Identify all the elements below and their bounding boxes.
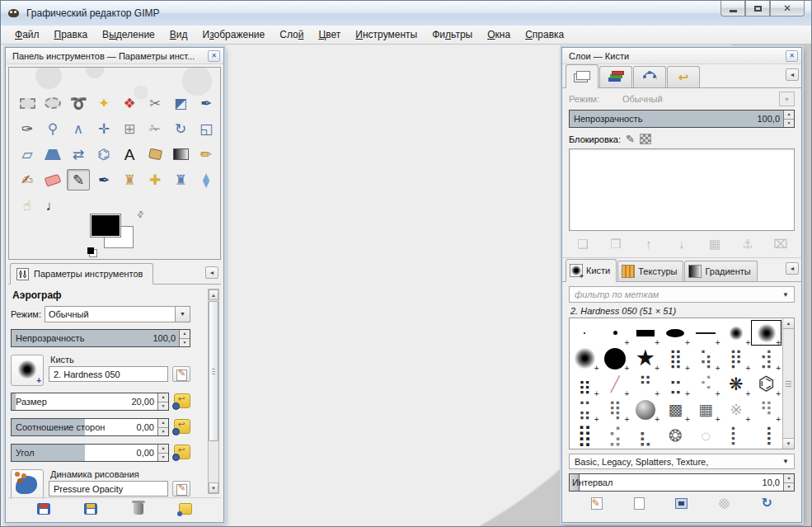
raise-layer-button[interactable]: ↑ [638, 234, 659, 252]
tool-scale[interactable]: ◱ [195, 118, 218, 139]
brush-sticks[interactable]: ※+ [721, 397, 752, 422]
tool-gradient[interactable] [169, 144, 192, 165]
layer-opacity-spinner[interactable]: ▲▼ [783, 111, 794, 127]
brush-cell-2[interactable]: ⌬+ [751, 371, 781, 397]
menu-image[interactable]: Изображение [195, 26, 273, 43]
maximize-button[interactable] [745, 1, 770, 16]
tab-patterns[interactable]: Текстуры [617, 261, 683, 281]
aspect-spinner[interactable]: ▲▼ [157, 419, 168, 435]
new-brush-button[interactable] [628, 494, 650, 512]
tool-bucket-fill[interactable] [143, 144, 167, 165]
brush-star[interactable]: ★+ [630, 346, 660, 371]
brush-hardness-075[interactable]: + [570, 346, 600, 371]
duplicate-layer-button[interactable]: ▦ [704, 234, 725, 252]
collapse-left-icon[interactable]: ◄ [786, 262, 799, 275]
chevron-down-icon[interactable]: ▼ [175, 306, 190, 322]
tool-dodge-burn[interactable]: ♩ [41, 195, 64, 216]
tool-eraser[interactable] [41, 169, 64, 191]
canvas-area[interactable]: Панель инструментов — Параметры инст... … [1, 45, 811, 527]
titlebar[interactable]: Графический редактор GIMP ✕ [1, 1, 811, 26]
brush-block[interactable]: + [630, 320, 660, 346]
brush-sphere[interactable]: + [630, 397, 660, 422]
minimize-button[interactable] [720, 1, 745, 16]
foreground-color-swatch[interactable] [91, 214, 120, 237]
toolbox-panel-titlebar[interactable]: Панель инструментов — Параметры инст... … [6, 48, 223, 64]
brush-hardness-025[interactable]: + [721, 320, 752, 346]
tool-color-picker[interactable]: ✑ [16, 118, 39, 139]
tool-fuzzy-select[interactable]: ✦ [92, 92, 115, 114]
dynamics-preview-button[interactable] [11, 469, 44, 499]
reset-options-button[interactable] [175, 500, 196, 518]
tag-filter-combobox[interactable]: фильтр по меткам ▼ [569, 286, 795, 303]
new-layer-button[interactable]: ❏ [572, 234, 594, 252]
brush-hardness-050[interactable]: + [751, 320, 781, 346]
reset-aspect-button[interactable] [174, 419, 190, 434]
tool-cage-transform[interactable]: ⌬ [92, 144, 115, 165]
brush-preview-button[interactable]: + [11, 355, 44, 386]
reset-size-button[interactable] [174, 393, 190, 408]
tool-pencil[interactable]: ✏ [195, 144, 218, 165]
brush-swirl[interactable]: ❂ [660, 422, 691, 448]
brush-dot[interactable]: + [600, 320, 631, 346]
tool-align[interactable]: ⊞ [118, 118, 141, 139]
brush-acrylic-2[interactable]: ⢵+ [691, 346, 721, 371]
menu-view[interactable]: Вид [162, 26, 195, 43]
menu-file[interactable]: Файл [7, 26, 47, 43]
collapse-left-icon[interactable]: ◄ [205, 266, 218, 279]
tool-paintbrush[interactable]: ✍ [16, 169, 39, 191]
tab-paths[interactable] [633, 66, 666, 87]
refresh-brushes-button[interactable]: ↻ [756, 494, 777, 512]
brush-acrylic-3[interactable]: ⡿+ [721, 346, 752, 371]
tool-zoom[interactable]: ⚲ [41, 118, 64, 139]
menu-help[interactable]: Справка [518, 26, 571, 43]
edit-brush-icon[interactable] [172, 366, 190, 382]
tool-flip[interactable]: ⇄ [67, 144, 90, 165]
delete-layer-button[interactable]: ⌧ [770, 234, 791, 252]
menu-select[interactable]: Выделение [95, 26, 162, 43]
tool-measure[interactable]: ∧ [67, 118, 90, 139]
menu-filters[interactable]: Фильтры [425, 26, 480, 43]
brush-vert-1[interactable]: ⡇ [721, 422, 752, 448]
lower-layer-button[interactable]: ↓ [671, 234, 692, 252]
tool-clone[interactable]: ♜ [118, 169, 141, 191]
tool-crop[interactable]: ✁ [143, 118, 167, 139]
brush-name-entry[interactable]: 2. Hardness 050 [49, 366, 168, 382]
edit-brush-button[interactable] [586, 494, 608, 512]
lock-paint-icon[interactable]: ✎ [626, 133, 635, 145]
edit-dynamics-icon[interactable] [172, 481, 190, 496]
spacing-spinner[interactable]: ▲▼ [783, 474, 794, 491]
brush-grid-scrollbar[interactable]: ▲ ▼ [782, 318, 794, 449]
brush-ellipse[interactable]: + [660, 320, 691, 346]
tool-select-by-color[interactable]: ❖ [118, 92, 141, 114]
angle-slider[interactable]: Угол 0,00 ▲▼ [11, 444, 169, 462]
mode-combobox[interactable]: Обычный ▼ [45, 306, 190, 322]
dynamics-name-entry[interactable]: Pressure Opacity [49, 481, 168, 496]
tool-heal[interactable]: ✚ [143, 169, 167, 191]
brush-dots-3[interactable]: ⠪+ [691, 371, 721, 397]
lock-alpha-icon[interactable] [640, 134, 651, 144]
duplicate-brush-button[interactable] [671, 494, 692, 512]
brush-cell-1[interactable]: ❋+ [721, 371, 752, 397]
brush-vert-2[interactable]: ⢸ [751, 422, 781, 448]
spacing-slider[interactable]: Интервал 10,0 ▲▼ [569, 473, 795, 492]
tool-airbrush[interactable]: ✎ [67, 169, 90, 191]
brush-hatch-1[interactable]: ▩+ [660, 397, 691, 422]
new-group-button[interactable]: ❐ [605, 234, 627, 252]
tool-rect-select[interactable] [16, 92, 39, 114]
aspect-slider[interactable]: Соотношение сторон 0,00 ▲▼ [11, 418, 169, 436]
brush-hardness-100[interactable]: + [600, 346, 631, 371]
tool-perspective-clone[interactable]: ♜ [169, 169, 192, 191]
brush-acrylic-4[interactable]: ⣺+ [751, 346, 781, 371]
size-slider[interactable]: Размер 20,00 ▲▼ [11, 393, 169, 411]
brush-line[interactable]: + [691, 320, 721, 346]
brush-texture-2[interactable]: ⢿+ [600, 397, 631, 422]
tool-free-select[interactable]: ➰ [67, 92, 90, 114]
tool-ellipse-select[interactable] [41, 92, 64, 114]
tool-shear[interactable]: ▱ [16, 144, 39, 165]
tool-options-scrollbar[interactable]: ▲ ▼ [208, 289, 219, 494]
layers-list[interactable] [569, 148, 795, 231]
menu-windows[interactable]: Окна [480, 26, 518, 43]
angle-spinner[interactable]: ▲▼ [157, 445, 168, 461]
tool-blur-sharpen[interactable]: ⧫ [195, 169, 218, 191]
restore-options-button[interactable] [80, 500, 101, 518]
